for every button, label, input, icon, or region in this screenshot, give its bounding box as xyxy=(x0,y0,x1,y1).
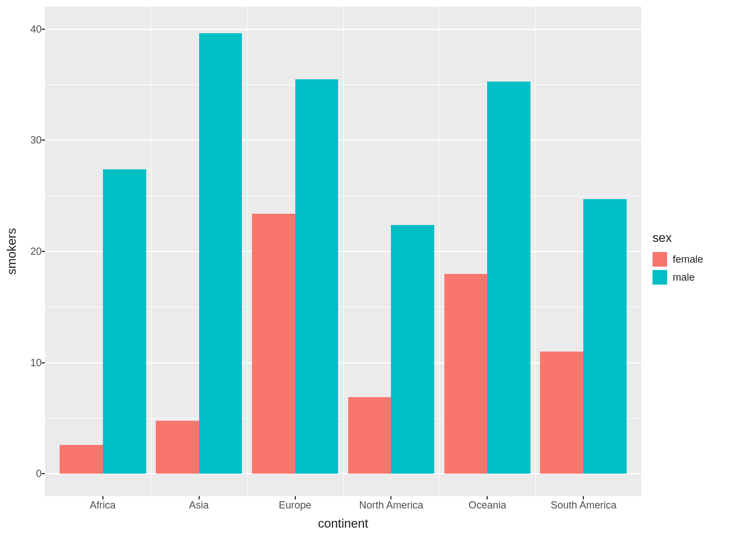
x-tick-mark xyxy=(102,496,104,500)
x-tick-mark xyxy=(583,496,584,500)
y-tick-mark xyxy=(42,362,45,363)
x-tick-mark xyxy=(487,496,488,500)
x-tick-label: Africa xyxy=(90,500,116,511)
y-tick-mark xyxy=(42,140,45,141)
bar-male xyxy=(487,82,530,474)
x-tick-mark xyxy=(295,496,296,500)
bar-female xyxy=(540,352,583,474)
y-tick-label: 40 xyxy=(8,23,42,35)
legend-item-female: female xyxy=(652,252,748,267)
x-tick-label: Asia xyxy=(189,500,209,511)
x-tick-label: North America xyxy=(359,500,423,511)
bar-female xyxy=(156,421,199,474)
legend-key-female-icon xyxy=(652,252,667,267)
y-axis-title: smokers xyxy=(4,228,19,274)
x-tick-label: South America xyxy=(551,500,616,511)
bar-male xyxy=(199,33,242,474)
bar-male xyxy=(583,199,627,474)
x-tick-mark xyxy=(199,496,200,500)
plot-panel xyxy=(45,7,641,496)
y-tick-mark xyxy=(42,251,45,252)
bar-female xyxy=(252,214,295,474)
x-tick-mark xyxy=(390,496,392,500)
x-axis-title: continent xyxy=(318,516,368,531)
legend-item-male: male xyxy=(652,270,748,285)
x-tick-label: Oceania xyxy=(469,500,506,511)
y-tick-label: 10 xyxy=(8,357,42,368)
bar-male xyxy=(391,225,434,474)
y-tick-label: 30 xyxy=(8,134,42,146)
x-tick-label: Europe xyxy=(278,500,311,511)
y-tick-mark xyxy=(42,29,45,30)
y-tick-label: 0 xyxy=(8,468,42,480)
bar-male xyxy=(295,79,339,474)
legend-title: sex xyxy=(652,231,748,245)
legend-key-male-icon xyxy=(652,270,667,285)
bar-female xyxy=(60,445,103,474)
y-tick-mark xyxy=(42,473,45,474)
bar-male xyxy=(103,169,146,474)
bar-female xyxy=(444,274,488,474)
legend-label-female: female xyxy=(673,254,703,266)
chart-container: 010203040 AfricaAsiaEuropeNorth AmericaO… xyxy=(0,0,756,540)
legend-label-male: male xyxy=(673,272,695,284)
legend: sex female male xyxy=(652,231,748,288)
bar-female xyxy=(348,397,392,474)
bars-layer xyxy=(45,7,641,496)
